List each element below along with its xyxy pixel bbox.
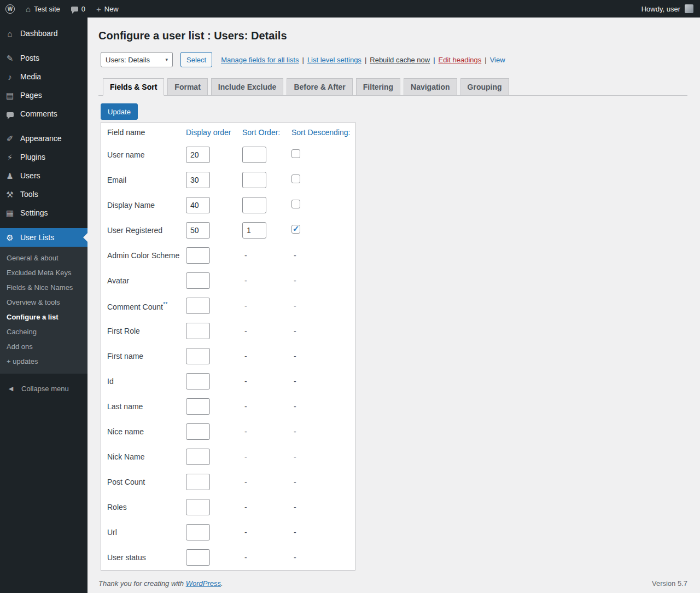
table-row: Id - -: [101, 369, 355, 394]
sort-order-input[interactable]: [242, 147, 266, 163]
sort-descending-checkbox[interactable]: [291, 175, 300, 183]
field-label: Nick Name: [107, 452, 186, 461]
table-row: Nice name - -: [101, 419, 355, 444]
tab-format[interactable]: Format: [167, 78, 207, 96]
tab-navigation[interactable]: Navigation: [404, 78, 457, 96]
sidebar-item-media[interactable]: ♪ Media: [0, 67, 88, 86]
sidebar-item-label: Tools: [20, 190, 38, 199]
dashboard-icon: ⌂: [4, 30, 15, 38]
sidebar-item-tools[interactable]: ⚒ Tools: [0, 185, 88, 204]
sidebar-item-settings[interactable]: ▦ Settings: [0, 204, 88, 222]
display-order-input[interactable]: [186, 272, 210, 289]
view-link[interactable]: View: [490, 56, 505, 64]
edit-headings-link[interactable]: Edit headings: [439, 56, 482, 64]
display-order-input[interactable]: [186, 323, 210, 339]
posts-icon: ✎: [4, 54, 15, 62]
display-order-header[interactable]: Display order: [186, 128, 242, 137]
display-order-input[interactable]: [186, 147, 210, 163]
footnote-marker[interactable]: **: [163, 301, 168, 307]
collapse-menu-button[interactable]: ◀ Collapse menu: [0, 379, 88, 398]
sidebar-item-comments[interactable]: Comments: [0, 104, 88, 123]
field-label: Post Count: [107, 478, 186, 486]
sidebar-item-user-lists[interactable]: ⚙ User Lists: [0, 228, 88, 247]
sidebar-item-dashboard[interactable]: ⌂ Dashboard: [0, 24, 88, 43]
user-avatar[interactable]: [685, 4, 693, 13]
sidebar-item-label: Plugins: [20, 153, 45, 161]
howdy-label[interactable]: Howdy, user: [641, 5, 680, 13]
update-button[interactable]: Update: [101, 103, 138, 120]
list-select[interactable]: Users: Details ▾: [101, 52, 173, 67]
display-order-input[interactable]: [186, 449, 210, 465]
display-order-input[interactable]: [186, 197, 210, 213]
tab-filtering[interactable]: Filtering: [356, 78, 400, 96]
sort-descending-checkbox[interactable]: [291, 225, 300, 234]
submenu-add-ons[interactable]: Add ons: [0, 339, 88, 354]
sort-descending-header[interactable]: Sort Descending:: [291, 128, 354, 137]
new-content-menu[interactable]: + New: [91, 0, 124, 18]
sort-order-dash: -: [242, 452, 291, 461]
site-name-menu[interactable]: ⌂ Test site: [20, 0, 66, 18]
display-order-input[interactable]: [186, 423, 210, 440]
field-label: First Role: [107, 327, 186, 335]
footer-thanks: Thank you for creating with WordPress.: [98, 579, 223, 588]
comments-menu[interactable]: 0: [66, 0, 91, 18]
table-row: Post Count - -: [101, 469, 355, 495]
sort-order-input[interactable]: [242, 172, 266, 188]
sidebar-item-label: Appearance: [20, 134, 62, 143]
wordpress-link[interactable]: WordPress: [186, 579, 221, 588]
rebuild-cache-link[interactable]: Rebuild cache now: [370, 56, 430, 64]
sort-order-input[interactable]: [242, 222, 266, 239]
tab-before-after[interactable]: Before & After: [287, 78, 352, 96]
display-order-input[interactable]: [186, 398, 210, 415]
sidebar-item-posts[interactable]: ✎ Posts: [0, 49, 88, 67]
sort-order-header[interactable]: Sort Order:: [242, 128, 291, 137]
sort-descending-dash: -: [291, 503, 354, 511]
field-label: Comment Count**: [107, 301, 186, 311]
submenu-cacheing[interactable]: Cacheing: [0, 324, 88, 339]
sidebar-item-users[interactable]: ♟ Users: [0, 166, 88, 185]
sidebar-item-appearance[interactable]: ✐ Appearance: [0, 129, 88, 148]
display-order-input[interactable]: [186, 549, 210, 566]
sort-order-dash: -: [242, 377, 291, 386]
sidebar-item-label: Posts: [20, 54, 39, 62]
submenu-excluded-meta-keys[interactable]: Excluded Meta Keys: [0, 265, 88, 280]
display-order-input[interactable]: [186, 172, 210, 188]
field-label: Admin Color Scheme: [107, 251, 186, 260]
table-row: Admin Color Scheme - -: [101, 243, 355, 268]
sort-descending-dash: -: [291, 528, 354, 537]
sort-descending-dash: -: [291, 452, 354, 461]
submenu-general-about[interactable]: General & about: [0, 251, 88, 265]
tab-grouping[interactable]: Grouping: [460, 78, 509, 96]
wordpress-logo-icon: W: [5, 4, 15, 14]
display-order-input[interactable]: [186, 474, 210, 490]
sort-order-input[interactable]: [242, 197, 266, 213]
display-order-input[interactable]: [186, 499, 210, 515]
tab-include-exclude[interactable]: Include Exclude: [211, 78, 284, 96]
display-order-input[interactable]: [186, 298, 210, 314]
sidebar-item-pages[interactable]: ▤ Pages: [0, 86, 88, 104]
table-row: Display Name: [101, 193, 355, 218]
display-order-input[interactable]: [186, 524, 210, 540]
display-order-input[interactable]: [186, 373, 210, 389]
select-button[interactable]: Select: [180, 52, 212, 67]
display-order-input[interactable]: [186, 348, 210, 364]
list-level-settings-link[interactable]: List level settings: [307, 56, 361, 64]
sort-order-dash: -: [242, 251, 291, 260]
display-order-input[interactable]: [186, 222, 210, 239]
submenu-configure-a-list[interactable]: Configure a list: [0, 310, 88, 324]
manage-fields-link[interactable]: Manage fields for all lists: [221, 56, 299, 64]
sort-descending-checkbox[interactable]: [291, 200, 300, 208]
submenu-updates[interactable]: + updates: [0, 354, 88, 369]
field-label: First name: [107, 352, 186, 361]
sidebar-item-plugins[interactable]: ⚡ Plugins: [0, 148, 88, 166]
link-separator: |: [302, 56, 304, 64]
submenu-overview-tools[interactable]: Overview & tools: [0, 295, 88, 310]
submenu-fields-nice-names[interactable]: Fields & Nice Names: [0, 280, 88, 295]
wp-logo-menu[interactable]: W: [0, 0, 20, 18]
display-order-input[interactable]: [186, 247, 210, 264]
tab-fields-sort[interactable]: Fields & Sort: [103, 78, 164, 96]
comment-count: 0: [81, 5, 85, 13]
table-row: User Registered: [101, 218, 355, 243]
sort-descending-checkbox[interactable]: [291, 149, 300, 158]
table-row: Url - -: [101, 520, 355, 545]
